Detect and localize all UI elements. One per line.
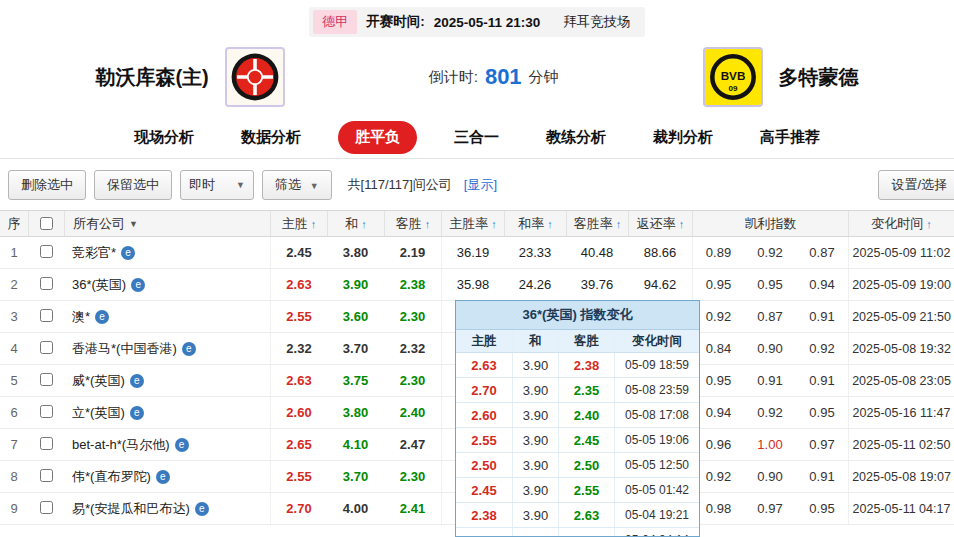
header-change-time[interactable]: 变化时间↑ — [848, 211, 954, 236]
popup-row: 2.503.902.5005-05 12:50 — [456, 453, 699, 478]
odds-cell[interactable]: 3.70 — [327, 341, 384, 356]
header-return-rate[interactable]: 返还率↑ — [628, 211, 692, 236]
company-e-icon: e — [182, 342, 196, 356]
odds-cell[interactable]: 4.00 — [327, 501, 384, 516]
tab-expert-recommend[interactable]: 高手推荐 — [750, 121, 830, 154]
popup-body: 2.633.902.3805-09 18:592.703.902.3505-08… — [456, 353, 699, 537]
row-checkbox[interactable] — [40, 277, 53, 290]
filter-button[interactable]: 筛选 ▼ — [262, 170, 332, 200]
select-all-checkbox[interactable] — [40, 217, 53, 230]
show-companies-link[interactable]: [显示] — [464, 176, 497, 194]
kelly-cell: 0.91 — [796, 373, 848, 388]
change-time-cell: 2025-05-08 19:07 — [848, 461, 954, 492]
tab-live-analysis[interactable]: 现场分析 — [124, 121, 204, 154]
popup-draw-odds: 3.90 — [512, 353, 558, 377]
row-checkbox[interactable] — [40, 501, 53, 514]
odds-cell[interactable]: 2.45 — [270, 237, 327, 268]
header-away-win[interactable]: 客胜↑ — [384, 211, 441, 236]
odds-cell[interactable]: 2.30 — [384, 309, 441, 324]
company-name[interactable]: 竞彩官*e — [64, 244, 270, 262]
odds-cell[interactable]: 3.80 — [327, 405, 384, 420]
tab-three-in-one[interactable]: 三合一 — [444, 121, 509, 154]
rate-cell: 24.26 — [504, 277, 566, 292]
time-mode-select[interactable]: 即时 ▼ — [180, 170, 254, 200]
odds-cell[interactable]: 2.19 — [384, 245, 441, 260]
company-name[interactable]: 香港马*(中国香港)e — [64, 340, 270, 358]
company-e-icon: e — [130, 374, 144, 388]
kelly-cell: 0.91 — [796, 469, 848, 484]
league-badge[interactable]: 德甲 — [313, 10, 357, 34]
change-time-cell: 2025-05-09 21:50 — [848, 301, 954, 332]
odds-cell[interactable]: 2.65 — [270, 429, 327, 460]
header-home-rate[interactable]: 主胜率↑ — [441, 211, 504, 236]
odds-cell[interactable]: 3.80 — [327, 245, 384, 260]
sort-up-icon: ↑ — [425, 218, 431, 230]
odds-cell[interactable]: 2.63 — [270, 269, 327, 300]
company-name[interactable]: 立*(英国)e — [64, 404, 270, 422]
row-checkbox[interactable] — [40, 469, 53, 482]
popup-change-time: 05-08 23:59 — [614, 378, 699, 402]
odds-cell[interactable]: 2.70 — [270, 493, 327, 524]
header-draw[interactable]: 和↑ — [327, 211, 384, 236]
odds-cell[interactable]: 2.41 — [384, 501, 441, 516]
popup-header-home: 主胜 — [456, 330, 512, 352]
tab-data-analysis[interactable]: 数据分析 — [231, 121, 311, 154]
settings-select-button[interactable]: 设置/选择 — [878, 170, 954, 200]
row-seq: 1 — [0, 245, 28, 260]
odds-cell[interactable]: 2.47 — [384, 437, 441, 452]
odds-cell[interactable]: 2.55 — [270, 301, 327, 332]
header-away-rate[interactable]: 客胜率↑ — [566, 211, 628, 236]
row-checkbox[interactable] — [40, 437, 53, 450]
tab-win-draw-lose[interactable]: 胜平负 — [338, 121, 417, 154]
tab-referee-analysis[interactable]: 裁判分析 — [643, 121, 723, 154]
delete-selected-button[interactable]: 删除选中 — [8, 170, 86, 200]
header-company[interactable]: 所有公司▼ — [64, 211, 270, 236]
row-checkbox[interactable] — [40, 309, 53, 322]
company-e-icon: e — [195, 502, 209, 516]
company-name[interactable]: bet-at-h*(马尔他)e — [64, 436, 270, 454]
odds-cell[interactable]: 3.90 — [327, 277, 384, 292]
header-draw-rate[interactable]: 和率↑ — [504, 211, 566, 236]
header-kelly: 凯利指数 — [692, 211, 848, 236]
company-name[interactable]: 澳*e — [64, 308, 270, 326]
popup-away-odds: 2.35 — [558, 378, 614, 402]
odds-cell[interactable]: 4.10 — [327, 437, 384, 452]
odds-cell[interactable]: 2.38 — [384, 277, 441, 292]
odds-cell[interactable]: 2.30 — [384, 469, 441, 484]
company-name[interactable]: 威*(英国)e — [64, 372, 270, 390]
odds-cell[interactable]: 2.63 — [270, 365, 327, 396]
row-checkbox[interactable] — [40, 245, 53, 258]
popup-change-time: 05-04 19:21 — [614, 503, 699, 527]
analysis-tabs: 现场分析 数据分析 胜平负 三合一 教练分析 裁判分析 高手推荐 — [0, 117, 954, 159]
tab-coach-analysis[interactable]: 教练分析 — [536, 121, 616, 154]
popup-header-away: 客胜 — [558, 330, 614, 352]
odds-cell[interactable]: 2.60 — [270, 397, 327, 428]
kelly-cell: 0.92 — [796, 341, 848, 356]
odds-cell[interactable]: 2.32 — [384, 341, 441, 356]
header-home-win[interactable]: 主胜↑ — [270, 211, 327, 236]
odds-cell[interactable]: 2.30 — [384, 373, 441, 388]
popup-change-time: 05-04 04:14 — [614, 528, 699, 537]
odds-cell[interactable]: 3.75 — [327, 373, 384, 388]
popup-row: 2.383.902.6305-04 19:21 — [456, 503, 699, 528]
keep-selected-button[interactable]: 保留选中 — [94, 170, 172, 200]
odds-cell[interactable]: 2.55 — [270, 461, 327, 492]
odds-cell[interactable]: 2.40 — [384, 405, 441, 420]
company-e-icon: e — [131, 278, 145, 292]
company-name[interactable]: 36*(英国)e — [64, 276, 270, 294]
row-checkbox[interactable] — [40, 373, 53, 386]
countdown: 倒计时: 801 分钟 — [429, 64, 559, 90]
filter-label: 筛选 — [275, 177, 301, 192]
odds-cell[interactable]: 3.70 — [327, 469, 384, 484]
rate-cell: 23.33 — [504, 245, 566, 260]
odds-cell[interactable]: 2.32 — [270, 333, 327, 364]
row-checkbox[interactable] — [40, 341, 53, 354]
popup-home-odds: 2.38 — [456, 503, 512, 527]
company-name[interactable]: 易*(安提瓜和巴布达)e — [64, 500, 270, 518]
odds-cell[interactable]: 3.60 — [327, 309, 384, 324]
company-name[interactable]: 伟*(直布罗陀)e — [64, 468, 270, 486]
row-seq: 8 — [0, 469, 28, 484]
rate-cell: 35.98 — [441, 269, 504, 300]
popup-row: 2.453.902.5505-05 01:42 — [456, 478, 699, 503]
row-checkbox[interactable] — [40, 405, 53, 418]
